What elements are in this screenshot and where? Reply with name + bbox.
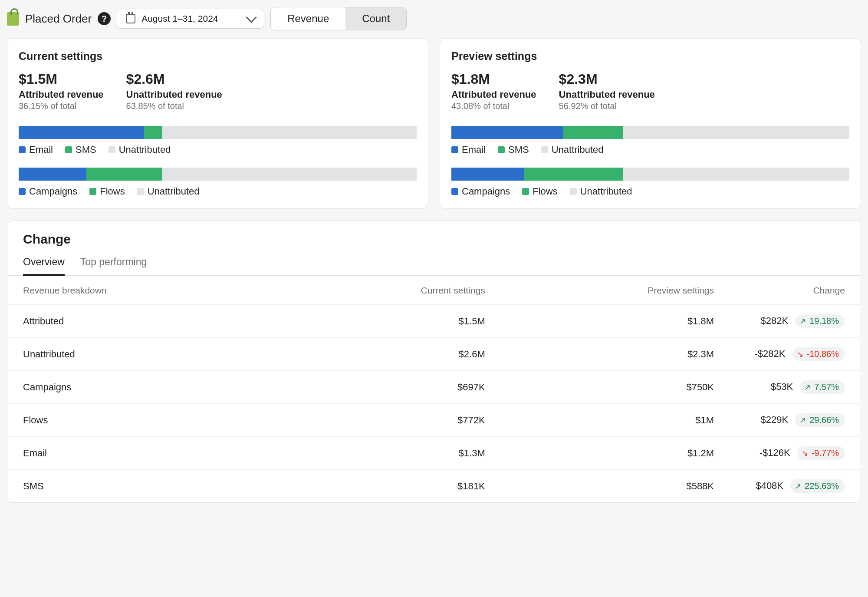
stat-sub: 56.92% of total [559,101,655,111]
swatch-blue-icon [19,146,26,153]
type-legend: Campaigns Flows Unattributed [451,186,849,197]
table-row: SMS$181K$588K$408K↗225.63% [7,470,861,503]
col-current: Current settings [276,276,500,305]
cell-current: $772K [276,404,500,437]
table-row: Attributed$1.5M$1.8M$282K↗19.18% [7,305,861,338]
change-pill: ↗29.66% [795,413,845,427]
bar-seg-campaigns [451,168,524,181]
cell-preview: $1.8M [501,305,730,338]
change-diff: -$282K [747,348,786,360]
col-label: Revenue breakdown [7,276,276,305]
bar-seg-flows [86,168,162,181]
tab-top-performing[interactable]: Top performing [80,251,147,275]
change-diff: -$126K [752,447,790,458]
legend-label: Email [462,144,486,155]
legend-label: Campaigns [462,186,510,197]
metric-name: Placed Order [25,12,92,26]
date-range-picker[interactable]: August 1–31, 2024 [117,9,264,29]
channel-legend: Email SMS Unattributed [451,144,849,155]
change-pill: ↘-10.86% [792,347,845,361]
change-diff: $53K [755,381,793,393]
bar-seg-flows [524,168,623,181]
bar-seg-email [451,126,563,139]
channel-bar [19,126,417,139]
change-panel: Change Overview Top performing Revenue b… [7,220,861,503]
bar-seg-sms [563,126,623,139]
legend-label: Unattributed [580,186,632,197]
bar-seg-campaigns [19,168,86,181]
trend-down-icon: ↘ [797,350,803,359]
segment-revenue[interactable]: Revenue [271,7,345,30]
stat-attributed: $1.5M Attributed revenue 36.15% of total [19,71,104,111]
shopify-bag-icon [7,12,19,26]
channel-bar [451,126,849,139]
legend-label: Email [29,144,53,155]
col-preview: Preview settings [501,276,730,305]
cell-change: $408K↗225.63% [730,470,861,503]
cell-current: $1.5M [276,305,500,338]
cell-label: Attributed [7,305,276,338]
legend-label: Flows [100,186,125,197]
table-row: Flows$772K$1M$229K↗29.66% [7,404,861,437]
type-legend: Campaigns Flows Unattributed [19,186,417,197]
cell-label: Campaigns [7,371,276,404]
revenue-breakdown-table: Revenue breakdown Current settings Previ… [7,276,861,502]
top-bar: Placed Order ? August 1–31, 2024 Revenue… [7,7,861,30]
cell-label: Unattributed [7,338,276,371]
help-icon[interactable]: ? [98,12,111,25]
settings-cards: Current settings $1.5M Attributed revenu… [7,38,861,209]
change-tabs: Overview Top performing [7,251,861,276]
type-bar [19,168,417,181]
swatch-blue-icon [451,188,458,195]
cell-change: -$126K↘-9.77% [730,437,861,470]
cell-preview: $750K [501,371,730,404]
stat-label: Unattributed revenue [559,89,655,100]
change-pct: 7.57% [814,382,839,392]
change-title: Change [7,232,861,251]
stat-value: $2.6M [126,71,222,87]
chevron-down-icon [246,12,256,23]
tab-overview[interactable]: Overview [23,251,65,276]
stat-unattributed: $2.3M Unattributed revenue 56.92% of tot… [559,71,655,111]
trend-up-icon: ↗ [799,317,806,326]
swatch-blue-icon [19,188,26,195]
stat-sub: 63.85% of total [126,101,222,111]
change-pct: -9.77% [812,448,839,458]
cell-label: Flows [7,404,276,437]
change-pct: 225.63% [805,481,839,491]
cell-change: $53K↗7.57% [730,371,861,404]
swatch-gray-icon [108,146,115,153]
cell-label: SMS [7,470,276,503]
preview-settings-card: Preview settings $1.8M Attributed revenu… [440,38,861,209]
bar-seg-sms [144,126,162,139]
cell-preview: $1M [501,404,730,437]
legend-label: SMS [76,144,96,155]
current-settings-card: Current settings $1.5M Attributed revenu… [7,38,428,209]
card-title: Preview settings [451,50,849,63]
date-range-label: August 1–31, 2024 [141,13,218,24]
cell-current: $697K [276,371,500,404]
metric-toggle: Revenue Count [270,7,407,30]
stat-value: $2.3M [559,71,655,87]
swatch-gray-icon [541,146,548,153]
stat-sub: 36.15% of total [19,101,104,111]
change-pill: ↗225.63% [790,479,845,493]
stat-value: $1.8M [451,71,536,87]
swatch-blue-icon [451,146,458,153]
legend-label: Flows [533,186,557,197]
trend-up-icon: ↗ [795,482,801,491]
change-diff: $229K [750,414,788,425]
change-pct: 29.66% [809,415,839,425]
swatch-green-icon [498,146,505,153]
card-title: Current settings [19,50,417,63]
segment-count[interactable]: Count [345,7,406,30]
cell-change: -$282K↘-10.86% [730,338,861,371]
trend-up-icon: ↗ [804,383,811,392]
stat-value: $1.5M [19,71,104,87]
swatch-green-icon [522,188,529,195]
change-pct: -10.86% [807,349,839,359]
stat-label: Attributed revenue [451,89,536,100]
cell-current: $181K [276,470,500,503]
change-pill: ↗19.18% [795,314,845,328]
legend-label: SMS [508,144,529,155]
